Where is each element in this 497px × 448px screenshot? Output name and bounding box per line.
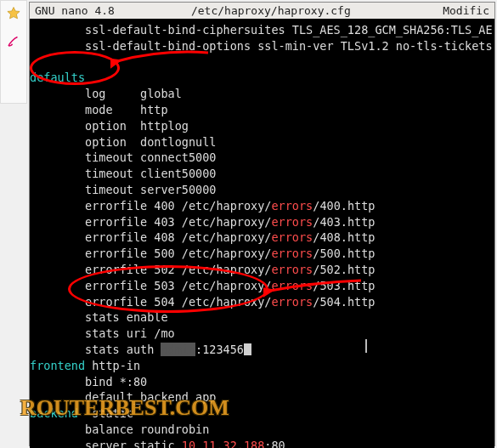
brush-icon xyxy=(6,33,21,48)
nano-file-path: /etc/haproxy/haproxy.cfg xyxy=(191,4,351,17)
host-left-toolbar xyxy=(0,0,27,104)
nano-app-version: GNU nano 4.8 xyxy=(35,4,115,17)
text-cursor xyxy=(365,339,367,353)
terminal-window: GNU nano 4.8 /etc/haproxy/haproxy.cfg Mo… xyxy=(29,2,495,446)
nano-titlebar: GNU nano 4.8 /etc/haproxy/haproxy.cfg Mo… xyxy=(30,3,494,19)
nano-buffer[interactable]: ssl-default-bind-ciphersuites TLS_AES_12… xyxy=(30,19,494,448)
star-icon xyxy=(6,6,21,21)
nano-modified: Modific xyxy=(443,4,489,17)
